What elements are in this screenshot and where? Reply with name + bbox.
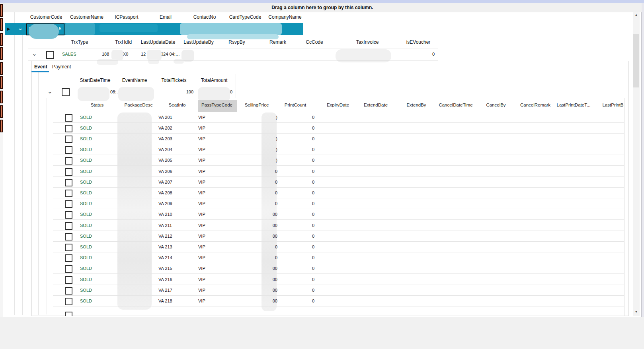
column-header-passtypecode[interactable]: PassTypeCode [201,103,232,107]
column-header-trxtype[interactable]: TrxType [71,39,88,45]
column-header-isevoucher[interactable]: isEVoucher [406,39,431,45]
column-header-extenddate[interactable]: ExtendDate [364,103,388,107]
selling-price-cell: 00 [254,223,277,228]
collapse-customer-chevron-icon[interactable]: ⌄ [18,26,23,30]
ticket-row-checkbox[interactable] [65,312,72,316]
column-header-totalamount[interactable]: TotalAmount [201,78,228,83]
ticket-row-checkbox[interactable] [65,136,72,143]
redaction-blob [180,23,282,35]
column-header-customercode[interactable]: CustomerCode [30,14,62,20]
table-row[interactable]: SOLDVA 211VIP000 [53,220,624,231]
column-header-contactno[interactable]: ContactNo [193,14,216,20]
scrollbar-thumb[interactable] [633,34,639,87]
column-header-cancelby[interactable]: CancelBy [486,103,505,107]
table-row[interactable]: SOLDVA 214VIP00 [53,252,624,263]
pass-type-cell: VIP [198,169,205,174]
desktop-bottom-area [0,317,644,349]
seat-info-cell: VA 204 [158,147,172,152]
background-window-fragment [0,18,3,31]
tab-payment[interactable]: Payment [52,64,71,70]
column-header-sellingprice[interactable]: SellingPrice [245,103,269,107]
ticket-row-checkbox[interactable] [65,244,72,251]
column-header-companyname[interactable]: CompanyName [268,14,301,20]
scroll-up-icon[interactable]: ▲ [633,12,640,18]
column-header-trxhdid[interactable]: TrxHdId [115,39,132,45]
grid-line [236,74,236,98]
ticket-row-checkbox[interactable] [65,254,72,262]
pass-type-cell: VIP [198,212,205,217]
ticket-row-checkbox[interactable] [65,200,72,208]
column-header-lastprintdatet-[interactable]: LastPrintDateT... [556,103,590,107]
column-header-packagedesc[interactable]: PackageDesc [125,103,153,107]
ticket-row-checkbox[interactable] [65,222,72,230]
table-row[interactable]: SOLDVA 216VIP000 [53,274,624,285]
ticket-row-checkbox[interactable] [65,179,72,186]
column-header-lastupdatedate[interactable]: LastUpdateDate [141,39,176,45]
table-row[interactable]: SOLDVA 210VIP000 [53,209,624,220]
table-row[interactable]: SOLDVA 209VIP00 [53,198,624,209]
column-header-seatinfo[interactable]: SeatInfo [169,103,186,107]
ticket-row-checkbox[interactable] [65,114,72,122]
table-row[interactable]: SOLDVA 206VIP00 [53,166,624,177]
print-count-cell: 0 [291,180,314,184]
ticket-row-checkbox[interactable] [65,233,72,240]
scroll-down-icon[interactable]: ▼ [633,309,640,315]
ticket-row-checkbox[interactable] [65,211,72,219]
table-row[interactable]: SOLDVA 212VIP000 [53,231,624,242]
redaction-blob [111,50,123,60]
column-header-email[interactable]: Email [160,14,172,20]
ticket-row-checkbox[interactable] [65,287,72,295]
column-header-remark[interactable]: Remark [269,39,286,45]
column-header-canceldatetime[interactable]: CancelDateTime [439,103,472,107]
table-row[interactable]: SOLDVA 217VIP000 [53,285,624,296]
ticket-row-checkbox[interactable] [65,190,72,197]
collapse-transaction-chevron-icon[interactable]: ⌄ [32,52,37,56]
column-header-expirydate[interactable]: ExpiryDate [327,103,349,107]
event-row-checkbox[interactable] [62,88,70,96]
group-by-panel[interactable]: Drag a column here to group by this colu… [3,3,642,12]
ticket-row-checkbox[interactable] [65,298,72,305]
column-header-lastupdateby[interactable]: LastUpdateBy [183,39,213,45]
ticket-row-checkbox[interactable] [65,157,72,165]
column-header-printcount[interactable]: PrintCount [285,103,306,107]
collapse-event-chevron-icon[interactable]: ⌄ [47,89,53,93]
table-row[interactable]: SOLDVA 218VIP000 [53,296,624,306]
status-cell: SOLD [80,223,92,228]
column-header-rsvpby[interactable]: RsvpBy [228,39,245,45]
column-header-status[interactable]: Status [91,103,104,107]
column-header-extendby[interactable]: ExtendBy [406,103,426,107]
table-row[interactable]: SOLDVA 203VIP)0 [53,134,624,144]
table-row[interactable]: SOLDVA 204VIP)0 [53,144,624,155]
ticket-row-checkbox[interactable] [65,146,72,154]
table-row[interactable]: SOLDVA 202VIP0 [53,123,624,134]
last-update-date-cell-suffix: 024 04:… [161,52,180,56]
column-header-cardtypecode[interactable]: CardTypeCode [229,14,262,20]
table-row[interactable]: SOLDVA 213VIP00 [53,242,624,252]
table-row[interactable]: SOLDVA 208VIP00 [53,188,624,198]
column-header-customername[interactable]: CustomerName [70,14,103,20]
ticket-row-checkbox[interactable] [65,168,72,176]
column-header-totaltickets[interactable]: TotalTickets [162,78,187,83]
column-header-taxinvoice[interactable]: TaxInvoice [356,39,379,45]
status-cell: SOLD [80,288,92,293]
selling-price-cell: ) [254,136,277,141]
grid-line [38,86,236,86]
column-header-cancelremark[interactable]: CancelRemark [520,103,550,107]
tab-event[interactable]: Event [34,64,47,70]
column-header-cccode[interactable]: CcCode [306,39,323,45]
column-header-icpassport[interactable]: ICPassport [115,14,138,20]
column-header-lastprintb[interactable]: LastPrintB [602,103,623,107]
transaction-row-checkbox[interactable] [46,51,54,59]
pass-type-cell: VIP [198,180,205,184]
selling-price-cell: 00 [254,299,277,303]
table-row[interactable]: SOLDVA 207VIP00 [53,177,624,188]
table-row[interactable]: SOLDVA 205VIP)0 [53,155,624,166]
selling-price-cell: 0 [254,190,277,195]
table-row[interactable]: SOLDVA 215VIP000 [53,263,624,274]
column-header-startdatetime[interactable]: StartDateTime [80,78,111,83]
ticket-row-checkbox[interactable] [65,265,72,273]
table-row[interactable]: SOLDVA 201VIP)0 [53,112,624,123]
ticket-row-checkbox[interactable] [65,125,72,132]
column-header-eventname[interactable]: EventName [122,78,147,83]
ticket-row-checkbox[interactable] [65,276,72,284]
